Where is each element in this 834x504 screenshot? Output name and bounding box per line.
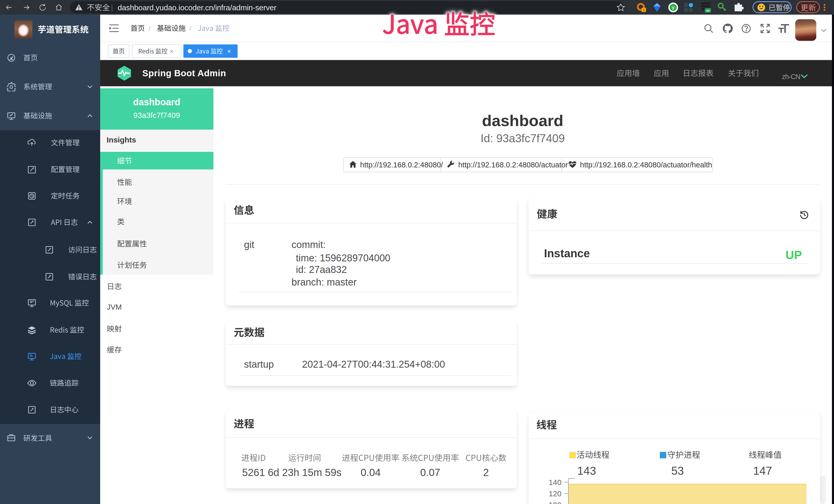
svg-text:1: 1 [643, 8, 645, 12]
svg-text:y: y [672, 5, 675, 10]
svg-text:on: on [706, 9, 710, 12]
